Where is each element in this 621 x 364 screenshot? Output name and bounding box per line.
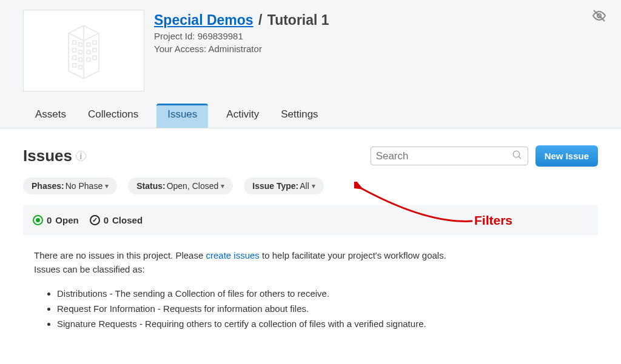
filter-status[interactable]: Status: Open, Closed ▾ bbox=[128, 177, 233, 194]
tab-settings[interactable]: Settings bbox=[277, 104, 321, 128]
list-item: Signature Requests - Requiring others to… bbox=[57, 317, 598, 331]
list-item: Request For Information - Requests for i… bbox=[57, 302, 598, 316]
closed-count[interactable]: ✓ 0 Closed bbox=[90, 215, 143, 225]
page-title: Issues i bbox=[23, 147, 86, 165]
create-issues-link[interactable]: create issues bbox=[206, 250, 259, 260]
filters-row: Phases: No Phase ▾ Status: Open, Closed … bbox=[23, 177, 598, 194]
open-count[interactable]: 0 Open bbox=[33, 215, 79, 225]
info-icon[interactable]: i bbox=[76, 151, 86, 161]
tab-collections[interactable]: Collections bbox=[84, 104, 142, 128]
svg-rect-11 bbox=[93, 48, 96, 51]
tab-assets[interactable]: Assets bbox=[32, 104, 70, 128]
status-bar: 0 Open ✓ 0 Closed bbox=[23, 205, 598, 235]
svg-rect-3 bbox=[79, 50, 82, 54]
new-issue-button[interactable]: New Issue bbox=[535, 145, 598, 167]
filter-phases[interactable]: Phases: No Phase ▾ bbox=[23, 177, 117, 194]
open-status-icon bbox=[33, 215, 43, 225]
svg-rect-12 bbox=[87, 58, 90, 61]
breadcrumb-parent-link[interactable]: Special Demos bbox=[154, 12, 253, 28]
closed-status-icon: ✓ bbox=[90, 215, 100, 225]
access-line: Your Access: Administrator bbox=[154, 42, 329, 55]
svg-rect-13 bbox=[93, 56, 96, 59]
list-item: Distributions - The sending a Collection… bbox=[57, 286, 598, 300]
breadcrumb-current: Tutorial 1 bbox=[267, 12, 329, 28]
page-header: Special Demos / Tutorial 1 Project Id: 9… bbox=[0, 0, 621, 128]
caret-down-icon: ▾ bbox=[312, 182, 315, 190]
svg-line-17 bbox=[519, 156, 521, 159]
breadcrumb: Special Demos / Tutorial 1 bbox=[154, 12, 329, 28]
caret-down-icon: ▾ bbox=[105, 182, 109, 190]
tabs: Assets Collections Issues Activity Setti… bbox=[23, 104, 598, 128]
tab-activity[interactable]: Activity bbox=[223, 104, 263, 128]
svg-rect-2 bbox=[73, 48, 76, 51]
svg-rect-1 bbox=[79, 42, 82, 46]
svg-rect-10 bbox=[87, 50, 90, 54]
svg-rect-4 bbox=[73, 56, 76, 59]
svg-rect-7 bbox=[79, 65, 82, 69]
project-thumbnail bbox=[23, 10, 144, 91]
tab-issues[interactable]: Issues bbox=[156, 104, 208, 128]
caret-down-icon: ▾ bbox=[221, 182, 224, 190]
search-icon bbox=[512, 150, 523, 162]
svg-rect-5 bbox=[79, 58, 82, 61]
visibility-off-icon[interactable] bbox=[592, 8, 606, 25]
empty-state: There are no issues in this project. Ple… bbox=[23, 248, 598, 331]
svg-rect-9 bbox=[93, 41, 96, 44]
svg-rect-8 bbox=[87, 42, 90, 46]
svg-rect-0 bbox=[73, 41, 76, 44]
svg-rect-6 bbox=[73, 63, 76, 67]
search-input[interactable] bbox=[376, 150, 512, 162]
search-input-wrapper[interactable] bbox=[371, 147, 528, 165]
breadcrumb-separator: / bbox=[258, 12, 262, 28]
svg-point-16 bbox=[513, 151, 520, 157]
building-icon bbox=[56, 21, 111, 81]
filter-issue-type[interactable]: Issue Type: All ▾ bbox=[244, 177, 324, 194]
project-id-line: Project Id: 969839981 bbox=[154, 30, 329, 42]
